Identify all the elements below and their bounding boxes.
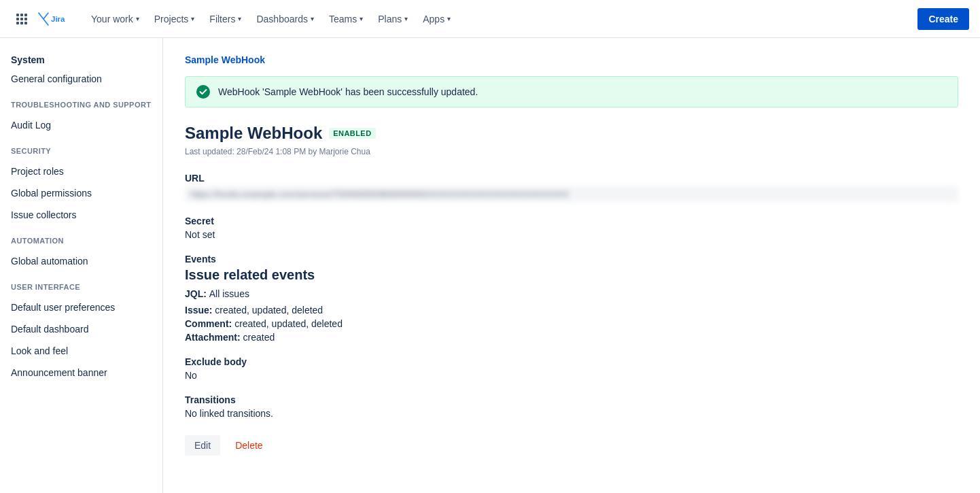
chevron-down-icon: ▾ (191, 15, 194, 22)
nav-items: Your work ▾ Projects ▾ Filters ▾ Dashboa… (84, 10, 457, 29)
url-section: URL https://hooks.example.com/services/T… (185, 173, 958, 202)
sidebar-section-security: SECURITY (0, 136, 162, 160)
secret-section: Secret Not set (185, 216, 958, 240)
chevron-down-icon: ▾ (404, 15, 408, 22)
topnav: Jira Your work ▾ Projects ▾ Filters ▾ Da… (0, 0, 980, 38)
main-content: Sample WebHook WebHook 'Sample WebHook' … (163, 38, 980, 493)
transitions-value: No linked transitions. (185, 408, 958, 419)
nav-teams[interactable]: Teams ▾ (322, 10, 370, 29)
exclude-body-label: Exclude body (185, 356, 958, 367)
svg-point-10 (196, 85, 210, 99)
url-label: URL (185, 173, 958, 184)
svg-rect-5 (24, 18, 27, 20)
nav-filters[interactable]: Filters ▾ (203, 10, 248, 29)
jql-line: JQL: All issues (185, 288, 958, 299)
svg-rect-0 (16, 14, 19, 16)
events-title: Issue related events (185, 267, 958, 283)
secret-label: Secret (185, 216, 958, 226)
nav-apps[interactable]: Apps ▾ (416, 10, 457, 29)
create-button[interactable]: Create (917, 8, 969, 30)
chevron-down-icon: ▾ (360, 15, 363, 22)
sidebar-section-troubleshooting: TROUBLESHOOTING AND SUPPORT (0, 90, 162, 114)
sidebar-item-look-and-feel[interactable]: Look and feel (0, 340, 162, 362)
exclude-body-section: Exclude body No (185, 356, 958, 381)
sidebar-item-global-permissions[interactable]: Global permissions (0, 182, 162, 204)
edit-button[interactable]: Edit (185, 435, 220, 456)
events-section: Events Issue related events JQL: All iss… (185, 254, 958, 343)
sidebar-item-project-roles[interactable]: Project roles (0, 160, 162, 182)
jira-logo[interactable]: Jira (35, 11, 76, 27)
sidebar-item-global-automation[interactable]: Global automation (0, 250, 162, 272)
events-label: Events (185, 254, 958, 265)
sidebar: System General configuration TROUBLESHOO… (0, 38, 163, 493)
last-updated: Last updated: 28/Feb/24 1:08 PM by Marjo… (185, 147, 958, 156)
nav-your-work[interactable]: Your work ▾ (84, 10, 146, 29)
sidebar-item-audit-log[interactable]: Audit Log (0, 114, 162, 136)
actions: Edit Delete (185, 435, 958, 456)
nav-plans[interactable]: Plans ▾ (371, 10, 415, 29)
sidebar-item-issue-collectors[interactable]: Issue collectors (0, 204, 162, 226)
svg-rect-4 (20, 18, 23, 20)
webhook-header: Sample WebHook ENABLED (185, 124, 958, 143)
attachment-line: Attachment: created (185, 332, 958, 343)
comment-line: Comment: created, updated, deleted (185, 318, 958, 329)
breadcrumb-link[interactable]: Sample WebHook (185, 54, 265, 65)
sidebar-item-general-configuration[interactable]: General configuration (0, 68, 162, 90)
success-icon (196, 85, 210, 99)
webhook-title: Sample WebHook (185, 124, 322, 143)
chevron-down-icon: ▾ (311, 15, 314, 22)
url-value: https://hooks.example.com/services/T0000… (185, 186, 958, 202)
svg-rect-6 (16, 22, 19, 24)
svg-text:Jira: Jira (51, 15, 65, 23)
sidebar-system-heading: System (0, 49, 162, 68)
svg-rect-2 (24, 14, 27, 16)
success-banner: WebHook 'Sample WebHook' has been succes… (185, 76, 958, 107)
secret-value: Not set (185, 229, 958, 240)
breadcrumb: Sample WebHook (185, 54, 958, 65)
delete-button[interactable]: Delete (226, 435, 272, 456)
sidebar-item-announcement-banner[interactable]: Announcement banner (0, 362, 162, 384)
sidebar-item-default-dashboard[interactable]: Default dashboard (0, 318, 162, 340)
exclude-body-value: No (185, 370, 958, 381)
transitions-label: Transitions (185, 394, 958, 405)
svg-rect-7 (20, 22, 23, 24)
layout: System General configuration TROUBLESHOO… (0, 38, 980, 493)
sidebar-section-user-interface: USER INTERFACE (0, 272, 162, 296)
sidebar-item-default-user-preferences[interactable]: Default user preferences (0, 296, 162, 318)
grid-icon[interactable] (11, 8, 33, 30)
chevron-down-icon: ▾ (447, 15, 451, 22)
transitions-section: Transitions No linked transitions. (185, 394, 958, 419)
issue-line: Issue: created, updated, deleted (185, 305, 958, 316)
svg-rect-1 (20, 14, 23, 16)
status-badge: ENABLED (329, 128, 375, 139)
nav-dashboards[interactable]: Dashboards ▾ (249, 10, 321, 29)
chevron-down-icon: ▾ (238, 15, 241, 22)
svg-rect-3 (16, 18, 19, 20)
chevron-down-icon: ▾ (136, 15, 139, 22)
banner-text: WebHook 'Sample WebHook' has been succes… (218, 86, 478, 97)
sidebar-section-automation: AUTOMATION (0, 226, 162, 250)
nav-projects[interactable]: Projects ▾ (147, 10, 202, 29)
svg-rect-8 (24, 22, 27, 24)
